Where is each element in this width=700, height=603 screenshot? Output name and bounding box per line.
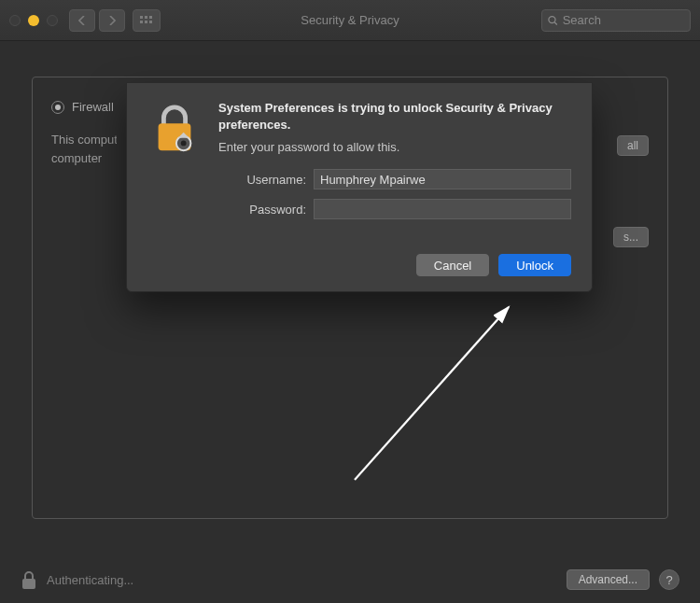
password-label: Password: [217, 203, 306, 217]
close-window-button[interactable] [9, 15, 21, 26]
password-input[interactable] [314, 199, 571, 219]
traffic-lights [9, 15, 58, 26]
username-input[interactable] [314, 169, 571, 189]
svg-rect-3 [140, 21, 143, 23]
svg-rect-2 [149, 16, 152, 19]
svg-rect-5 [149, 21, 152, 23]
minimize-window-button[interactable] [28, 15, 39, 26]
svg-rect-4 [145, 21, 147, 23]
username-label: Username: [217, 173, 306, 187]
panel-button-1[interactable]: all [617, 135, 649, 156]
auth-dialog: System Preferences is trying to unlock S… [126, 82, 593, 292]
info-line1: This computer's firewall is currently tu… [51, 131, 117, 149]
svg-line-7 [554, 21, 557, 24]
nav-buttons [69, 9, 125, 32]
show-all-button[interactable] [133, 9, 161, 32]
lock-icon[interactable] [21, 569, 37, 590]
dialog-title: System Preferences is trying to unlock S… [218, 100, 571, 133]
svg-rect-1 [145, 16, 147, 19]
svg-point-12 [181, 141, 187, 147]
search-input[interactable] [563, 13, 684, 27]
content-area: Firewall This computer's firewall is cur… [0, 41, 700, 603]
forward-button[interactable] [99, 9, 125, 32]
dialog-subtitle: Enter your password to allow this. [218, 140, 571, 154]
svg-rect-8 [22, 579, 35, 589]
cancel-button[interactable]: Cancel [416, 254, 489, 276]
footer-status: Authenticating... [47, 573, 133, 587]
help-button[interactable]: ? [659, 569, 679, 590]
zoom-window-button[interactable] [47, 15, 58, 26]
footer: Authenticating... Advanced... ? [0, 569, 700, 590]
svg-point-6 [549, 16, 555, 22]
panel-button-2[interactable]: s... [613, 227, 649, 247]
back-button[interactable] [69, 9, 95, 32]
search-icon [548, 15, 558, 26]
search-field[interactable] [541, 9, 691, 32]
svg-rect-0 [140, 16, 143, 19]
titlebar: Security & Privacy [0, 0, 700, 41]
advanced-button[interactable]: Advanced... [567, 569, 650, 590]
auth-lock-icon [147, 102, 202, 156]
tab-label: Firewall [72, 100, 114, 114]
unlock-button[interactable]: Unlock [498, 254, 571, 276]
radio-icon [51, 101, 64, 114]
